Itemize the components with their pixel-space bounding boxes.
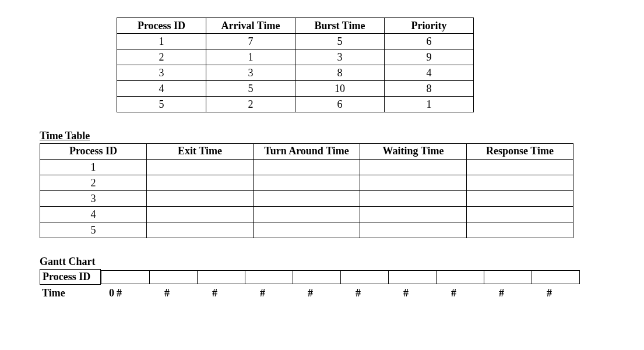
gantt-slot	[101, 271, 149, 284]
table-cell	[254, 175, 360, 191]
table-cell: 2	[40, 175, 147, 191]
table-cell: 1	[385, 97, 474, 112]
gantt-time-marker: #	[308, 287, 356, 299]
table-row: 3	[40, 191, 573, 207]
table-cell: 6	[295, 97, 385, 112]
table-row: 1	[40, 160, 573, 175]
gantt-time-label: Time	[40, 286, 101, 300]
table-cell	[254, 191, 360, 207]
gantt-time-marker: #	[499, 287, 547, 299]
time-table-header-row: Process ID Exit Time Turn Around Time Wa…	[40, 144, 573, 160]
gantt-slot	[340, 271, 388, 284]
table-cell	[147, 222, 254, 238]
table-cell	[147, 160, 254, 175]
table-cell	[147, 175, 254, 191]
table-row: 5261	[117, 97, 474, 112]
input-table: Process ID Arrival Time Burst Time Prior…	[117, 17, 474, 112]
table-row: 1756	[117, 34, 474, 50]
table-cell	[360, 175, 467, 191]
table-cell: 5	[117, 97, 206, 112]
col-tt-waiting: Waiting Time	[360, 144, 467, 160]
gantt-title: Gantt Chart	[40, 256, 609, 268]
gantt-time-0: 0	[101, 287, 117, 299]
gantt-slot	[245, 271, 293, 284]
table-cell	[360, 222, 467, 238]
table-cell: 1	[40, 160, 147, 175]
table-cell: 9	[385, 50, 474, 65]
col-tt-exit-time: Exit Time	[147, 144, 254, 160]
col-burst-time: Burst Time	[295, 18, 385, 34]
col-process-id: Process ID	[117, 18, 206, 34]
gantt-slots	[101, 270, 580, 284]
gantt-slot	[436, 271, 484, 284]
table-cell: 1	[206, 50, 295, 65]
table-row: 4	[40, 207, 573, 222]
table-cell: 2	[117, 50, 206, 65]
col-tt-response: Response Time	[467, 144, 573, 160]
table-cell: 6	[385, 34, 474, 50]
table-cell: 8	[385, 81, 474, 97]
col-tt-process-id: Process ID	[40, 144, 147, 160]
table-cell	[467, 175, 573, 191]
gantt-time-marker: #	[260, 287, 308, 299]
table-cell: 5	[295, 34, 385, 50]
table-cell: 2	[206, 97, 295, 112]
table-cell	[467, 222, 573, 238]
table-cell	[467, 207, 573, 222]
table-row: 45108	[117, 81, 474, 97]
table-cell: 1	[117, 34, 206, 50]
gantt-slot	[197, 271, 245, 284]
table-cell	[254, 160, 360, 175]
col-arrival-time: Arrival Time	[206, 18, 295, 34]
col-priority: Priority	[385, 18, 474, 34]
table-row: 2	[40, 175, 573, 191]
table-cell	[467, 191, 573, 207]
gantt-time-marker: #	[212, 287, 260, 299]
table-cell: 4	[117, 81, 206, 97]
gantt-pid-label: Process ID	[40, 269, 101, 285]
time-table-title: Time Table	[40, 130, 609, 142]
time-table: Process ID Exit Time Turn Around Time Wa…	[40, 143, 573, 238]
table-cell	[147, 191, 254, 207]
gantt-time-marker: #	[356, 287, 403, 299]
gantt-time-marker: #	[164, 287, 212, 299]
gantt-slot	[149, 271, 197, 284]
input-table-header-row: Process ID Arrival Time Burst Time Prior…	[117, 18, 474, 34]
table-cell: 5	[206, 81, 295, 97]
table-cell: 3	[40, 191, 147, 207]
table-row: 2139	[117, 50, 474, 65]
table-cell: 3	[117, 65, 206, 81]
gantt-slot	[293, 271, 340, 284]
table-cell	[254, 207, 360, 222]
gantt-slot	[484, 271, 532, 284]
table-cell: 8	[295, 65, 385, 81]
table-cell	[254, 222, 360, 238]
table-cell: 4	[40, 207, 147, 222]
gantt-time-marker: #	[403, 287, 451, 299]
gantt-time-marker: #	[547, 287, 594, 299]
table-cell	[360, 191, 467, 207]
table-cell: 4	[385, 65, 474, 81]
col-tt-turnaround: Turn Around Time	[254, 144, 360, 160]
table-cell	[360, 160, 467, 175]
table-cell: 7	[206, 34, 295, 50]
gantt-time-marker: #	[117, 287, 164, 299]
gantt-slot	[388, 271, 436, 284]
table-cell: 5	[40, 222, 147, 238]
table-cell: 3	[295, 50, 385, 65]
table-cell: 3	[206, 65, 295, 81]
table-cell: 10	[295, 81, 385, 97]
table-cell	[360, 207, 467, 222]
table-row: 3384	[117, 65, 474, 81]
table-cell	[147, 207, 254, 222]
gantt-slot	[532, 271, 579, 284]
table-row: 5	[40, 222, 573, 238]
gantt-time-marker: #	[451, 287, 499, 299]
table-cell	[467, 160, 573, 175]
